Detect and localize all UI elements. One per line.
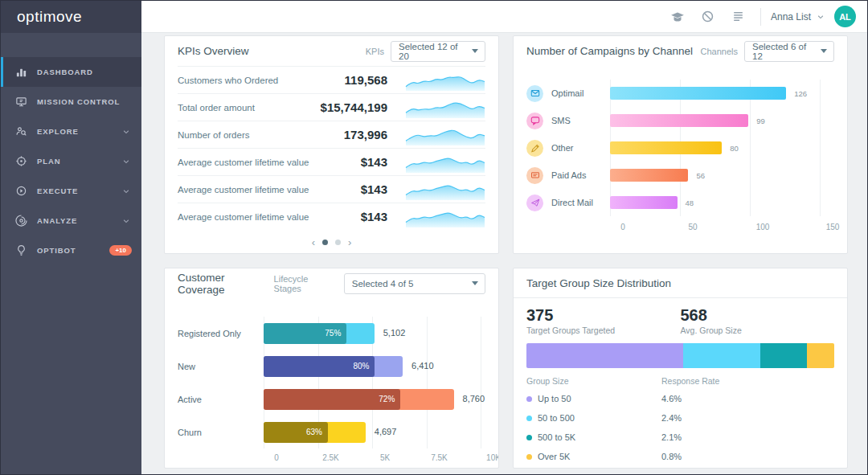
legend-response-rate: 2.1%	[661, 432, 682, 442]
campaign-bar-track: 56	[610, 169, 820, 182]
kpi-label: Average customer lifetime value	[178, 212, 361, 222]
stat-target-groups: 375 Target Groups Targeted	[526, 306, 681, 335]
kpi-sparkline	[405, 70, 485, 91]
caret-down-icon	[472, 49, 478, 53]
kpi-sparkline	[405, 207, 485, 227]
pager-dot[interactable]	[335, 240, 341, 245]
kpi-row: Customers who Ordered119,568	[178, 66, 485, 93]
kpi-label: Average customer lifetime value	[178, 185, 361, 195]
coverage-row-active: Active72%8,760	[178, 383, 485, 416]
distribution-stacked-bar	[526, 343, 834, 368]
chevron-down-icon	[122, 217, 130, 225]
sidebar-item-plan[interactable]: PLAN	[1, 146, 141, 176]
coverage-bar-track: 63%4,697	[264, 422, 481, 443]
legend-label: 50 to 500	[526, 413, 661, 423]
sidebar-item-mission-control[interactable]: MISSION CONTROL	[1, 87, 141, 117]
coverage-bar-track: 80%6,410	[264, 356, 481, 377]
pager-next-button[interactable]: ›	[348, 237, 351, 248]
campaign-bar	[610, 87, 786, 100]
legend-row-over-5k: Over 5K0.8%	[526, 447, 834, 466]
coverage-row-churn: Churn63%4,697	[178, 416, 485, 448]
distribution-stats: 375 Target Groups Targeted 568 Avg. Grou…	[526, 306, 834, 335]
coverage-percent-label: 75%	[325, 329, 341, 338]
pager-dot[interactable]	[322, 240, 328, 245]
sidebar-item-label: PLAN	[37, 157, 60, 166]
user-name[interactable]: Anna List	[771, 11, 811, 23]
coverage-x-axis: 02.5K5K7.5K10K	[276, 453, 486, 468]
legend-label: 500 to 5K	[526, 432, 661, 442]
kpi-label: Average customer lifetime value	[178, 158, 361, 167]
lifecycle-stages-filter-select[interactable]: Selected 4 of 5	[344, 273, 485, 294]
caret-down-icon	[821, 49, 827, 53]
legend-row-up-to-50: Up to 504.6%	[526, 389, 834, 408]
coverage-percent-label: 80%	[353, 362, 369, 371]
axis-tick-label: 50	[688, 223, 697, 231]
topbar: Anna List AL	[141, 1, 867, 33]
kpi-row: Total order amount$15,744,199	[178, 93, 485, 121]
legend-dot	[526, 396, 532, 402]
chevron-down-icon	[122, 187, 130, 195]
monitor-icon	[14, 96, 27, 109]
kpi-value: $143	[361, 155, 387, 169]
kpi-sparkline	[405, 179, 485, 200]
channel-label: Paid Ads	[551, 170, 610, 180]
kpi-value: $15,744,199	[321, 100, 387, 114]
legend-response-rate: 0.8%	[661, 452, 682, 461]
campaigns-by-channel-card: Number of Campaigns by Channel Channels …	[513, 35, 848, 254]
chevron-down-icon[interactable]	[817, 13, 825, 21]
pager-prev-button[interactable]: ‹	[312, 237, 315, 248]
distribution-segment-up-to-50	[526, 343, 683, 368]
coverage-card-title: Customer Coverage	[178, 272, 274, 296]
chevron-down-icon	[122, 158, 130, 166]
coverage-inner-bar: 80%	[264, 356, 375, 377]
sidebar-item-label: DASHBOARD	[37, 68, 93, 76]
campaigns-chart: Optimail126SMS99Other80Paid Ads56Direct …	[514, 80, 847, 216]
campaign-row-direct-mail: Direct Mail48	[526, 189, 834, 216]
kpi-row: Number of orders173,996	[178, 121, 485, 148]
campaign-bar-value: 99	[756, 117, 765, 125]
campaign-bar	[610, 114, 748, 127]
slash-circle-icon[interactable]	[701, 10, 715, 24]
axis-tick-label: 100	[756, 223, 770, 231]
coverage-inner-bar: 72%	[264, 389, 400, 410]
coverage-inner-bar: 63%	[264, 422, 328, 443]
coverage-value-label: 5,102	[383, 328, 406, 338]
play-circle-icon	[14, 185, 27, 198]
axis-tick-label: 7.5K	[431, 453, 448, 462]
campaign-row-optimail: Optimail126	[526, 80, 834, 107]
channels-filter-label: Channels	[701, 47, 738, 56]
sidebar-item-execute[interactable]: EXECUTE	[1, 176, 141, 206]
legend-header-group-size: Group Size	[526, 376, 661, 386]
campaign-bar-track: 48	[610, 196, 820, 209]
sidebar-item-explore[interactable]: EXPLORE	[1, 117, 141, 146]
sidebar: optimove DASHBOARDMISSION CONTROLEXPLORE…	[1, 1, 141, 474]
sidebar-item-label: OPTIBOT	[37, 246, 76, 255]
coverage-percent-label: 63%	[306, 428, 322, 436]
user-search-icon	[14, 125, 27, 138]
sidebar-item-optibot[interactable]: OPTIBOT+10	[1, 235, 141, 265]
axis-tick-label: 2.5K	[322, 453, 339, 462]
menu-lines-icon[interactable]	[731, 10, 746, 24]
channel-label: Optimail	[551, 88, 610, 98]
legend-dot	[526, 454, 532, 460]
kpis-filter-select[interactable]: Selected 12 of 20	[391, 41, 485, 62]
lifecycle-stage-label: Registered Only	[178, 329, 264, 338]
channels-filter-select[interactable]: Selected 6 of 12	[744, 41, 834, 62]
sidebar-item-label: EXECUTE	[37, 186, 78, 195]
channel-label: Other	[551, 143, 610, 153]
graduation-cap-icon[interactable]	[670, 10, 685, 24]
paper-plane-icon	[526, 195, 543, 211]
avatar[interactable]: AL	[834, 6, 856, 27]
channel-label: Direct Mail	[551, 198, 610, 207]
lifecycle-stage-label: Churn	[178, 428, 264, 437]
kpi-row: Average customer lifetime value$143	[178, 175, 485, 203]
stat-avg-group-size: 568 Avg. Group Size	[681, 306, 835, 335]
campaign-bar-track: 80	[610, 141, 820, 154]
legend-dot	[526, 416, 532, 421]
legend-label: Up to 50	[526, 394, 661, 403]
legend-dot	[526, 435, 532, 440]
sidebar-item-dashboard[interactable]: DASHBOARD	[1, 57, 141, 87]
kpi-sparkline	[405, 97, 485, 118]
sidebar-item-analyze[interactable]: ANALYZE	[1, 206, 141, 235]
campaign-row-sms: SMS99	[526, 107, 834, 134]
